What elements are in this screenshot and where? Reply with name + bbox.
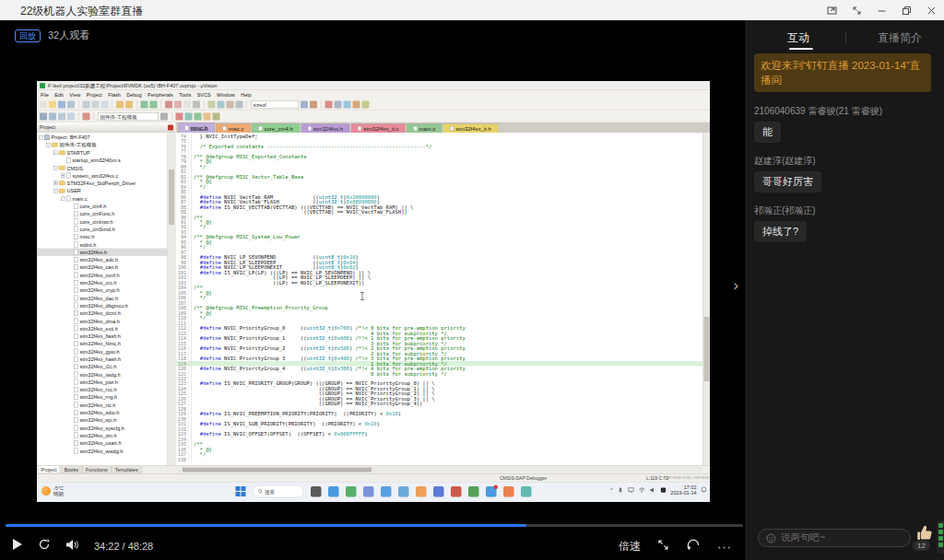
progress-bar[interactable] [6, 524, 743, 527]
menu-help[interactable]: Help [241, 92, 251, 98]
tree-item[interactable]: stm32f4xx_iwdg.h [37, 370, 168, 378]
popout-icon[interactable] [827, 6, 837, 16]
taskbar-clock[interactable]: 17:022023-01-14 [670, 484, 696, 496]
tree-item[interactable]: stm32f4xx_rcc.h [37, 386, 168, 393]
tree-item[interactable]: +system_stm32f4xx.c [37, 171, 168, 179]
tree-expander[interactable]: - [39, 135, 43, 140]
tree-item[interactable]: stm32f4xx_dbgmcu.h [37, 302, 168, 309]
toolbar-icon[interactable] [160, 112, 168, 120]
tree-item[interactable]: stm32f4xx_crc.h [37, 279, 168, 286]
toolbar-icon[interactable] [165, 100, 172, 108]
tree-item[interactable]: stm32f4xx_rtc.h [37, 401, 168, 408]
tray-chevron-icon[interactable]: ^ [610, 487, 613, 494]
taskbar-app-icon[interactable] [311, 486, 322, 497]
pen-icon[interactable] [660, 487, 667, 494]
toolbar-icon[interactable] [40, 100, 47, 108]
reactions-widget[interactable] [937, 520, 944, 554]
tree-item[interactable]: core_cmFunc.h [37, 210, 168, 217]
tree-item[interactable]: stm32f4xx_dac.h [37, 294, 168, 301]
tree-expander[interactable]: + [53, 181, 58, 186]
tree-item[interactable]: stm32f4xx_syscfg.h [37, 424, 168, 431]
toolbar-icon[interactable] [325, 100, 333, 108]
toolbar-icon[interactable] [236, 100, 243, 108]
tree-item[interactable]: core_cm4.h [37, 203, 168, 210]
editor-tab[interactable]: core_cm4.h [252, 123, 300, 133]
workspace-tab-templates[interactable]: Templates [112, 466, 141, 473]
tree-item[interactable]: -Project: BH-F407 [37, 134, 168, 141]
taskbar-weather[interactable]: -5°C晴朗 [41, 485, 64, 496]
editor-tab[interactable]: stm32f4xx_it.h [443, 123, 499, 133]
toolbar-icon[interactable] [204, 112, 211, 120]
tree-item[interactable]: stm32f4xx_tim.h [37, 432, 168, 439]
toolbar-icon[interactable] [92, 100, 100, 108]
project-tree-scrollbar[interactable] [168, 133, 175, 465]
tree-item[interactable]: stdint.h [37, 240, 168, 248]
menu-file[interactable]: File [41, 92, 49, 98]
wifi-icon[interactable] [638, 487, 645, 494]
toolbar-icon[interactable] [301, 100, 308, 108]
workspace-tab-functions[interactable]: Functions [82, 466, 111, 473]
editor-tab[interactable]: misc.h [178, 122, 215, 133]
taskbar-tray[interactable]: ^ 17:022023-01-14 [610, 484, 707, 496]
toolbar-icon[interactable] [310, 100, 317, 108]
taskbar-app-icon[interactable] [451, 486, 462, 497]
taskbar-app-icon[interactable] [468, 486, 479, 497]
toolbar-icon[interactable] [183, 100, 191, 108]
tree-item[interactable]: -STARTUP [37, 149, 168, 157]
toolbar-icon[interactable] [218, 100, 225, 108]
target-select[interactable]: 固件库-工程模板 [98, 112, 159, 121]
tree-item[interactable]: stm32f4xx_sdio.h [37, 409, 168, 416]
taskbar-app-icon[interactable] [503, 486, 514, 497]
code-area[interactable]: 74 } NVIC_InitTypeDef;7576 /* Exported c… [176, 133, 702, 465]
tree-item[interactable]: stm32f4xx_wwdg.h [37, 447, 168, 454]
taskbar-app-icon[interactable] [416, 486, 427, 497]
toolbar-icon[interactable] [335, 100, 342, 108]
tree-item[interactable]: -CMSIS [37, 164, 168, 171]
editor-tab[interactable]: stm32f4xx.h [301, 123, 349, 133]
workspace-tab-project[interactable]: Project [38, 466, 60, 473]
tree-item[interactable]: stm32f4xx_i2c.h [37, 363, 168, 370]
tree-item[interactable]: stm32f4xx_dcmi.h [37, 309, 168, 317]
mic-icon[interactable] [617, 487, 623, 494]
toolbar-icon[interactable] [58, 112, 65, 120]
taskbar-app-icon[interactable] [486, 486, 497, 497]
tree-item[interactable]: +STM32F4xx_StdPeriph_Driver [37, 180, 168, 187]
tree-item[interactable]: stm32f4xx_conf.h [37, 271, 168, 278]
workspace-tab-books[interactable]: Books [61, 466, 81, 473]
toolbar-icon[interactable] [195, 112, 202, 120]
toolbar-icon[interactable] [83, 100, 90, 108]
tree-item[interactable]: stm32f4xx_can.h [37, 263, 168, 271]
display-icon[interactable] [628, 487, 634, 494]
tree-item[interactable]: misc.h [37, 233, 168, 240]
toolbar-icon[interactable] [344, 100, 351, 108]
more-button[interactable]: ··· [717, 540, 732, 554]
tree-item[interactable]: stm32f4xx_pwr.h [37, 379, 168, 386]
toolbar-icon[interactable] [185, 112, 193, 120]
toolbar-icon[interactable] [141, 100, 148, 108]
toolbar-icon[interactable] [40, 112, 47, 120]
taskbar-app-icon[interactable] [398, 486, 409, 497]
speed-button[interactable]: 倍速 [619, 539, 641, 554]
editor-tab[interactable]: main.c [407, 123, 442, 133]
menu-project[interactable]: Project [87, 92, 102, 98]
tree-item[interactable]: stm32f4xx_dma.h [37, 317, 168, 324]
tree-expander[interactable]: - [53, 150, 58, 155]
tree-item[interactable]: stm32f4xx.h [37, 248, 168, 255]
toolbar-icon[interactable] [174, 100, 182, 108]
tree-item[interactable]: stm32f4xx_usart.h [37, 439, 168, 447]
tree-item[interactable]: stm32f4xx_adc.h [37, 256, 168, 263]
fullscreen-icon[interactable] [852, 6, 862, 16]
editor-tab[interactable]: misc.c [216, 123, 251, 133]
toolbar-icon[interactable] [101, 100, 109, 108]
tree-expander[interactable]: - [61, 196, 65, 201]
menu-view[interactable]: View [69, 92, 80, 98]
panel-close-icon[interactable] [168, 125, 173, 131]
taskbar-app-icon[interactable] [521, 486, 532, 497]
taskbar-search[interactable]: 搜索 [254, 485, 304, 497]
tree-item[interactable]: stm32f4xx_flash.h [37, 332, 168, 340]
fullscreen-button[interactable] [657, 538, 669, 554]
minimize-icon[interactable] [877, 6, 887, 16]
toolbar-icon[interactable] [83, 112, 90, 120]
toolbar-icon[interactable] [193, 100, 200, 108]
tree-item[interactable]: stm32f4xx_fsmc.h [37, 340, 168, 347]
